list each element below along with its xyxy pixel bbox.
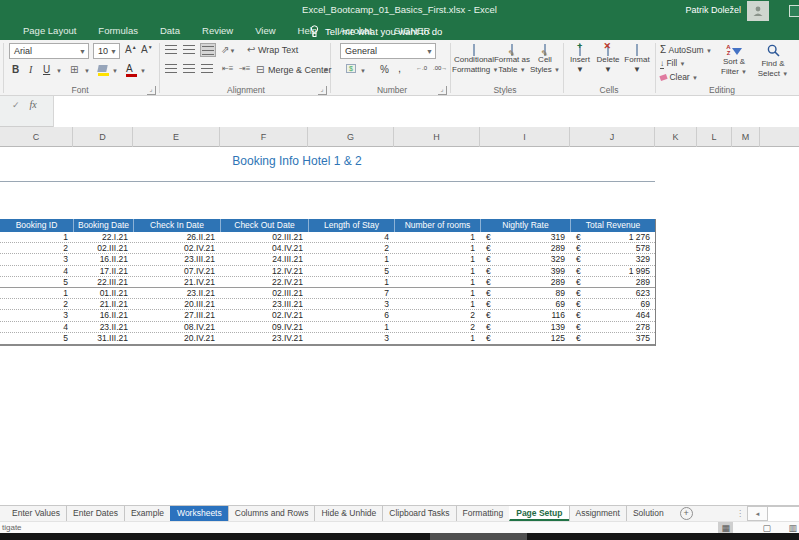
header-cell[interactable]: Check In Date — [133, 219, 220, 232]
number-of-rooms-cell[interactable]: 1 — [394, 254, 480, 264]
length-of-stay-cell[interactable]: 5 — [308, 266, 394, 276]
header-cell[interactable]: Check Out Date — [220, 219, 308, 232]
sheet-tab[interactable]: Hide & Unhide — [314, 506, 382, 521]
sheet-tab[interactable]: Solution — [626, 506, 670, 521]
check-in-date-cell[interactable]: 07.IV.21 — [133, 266, 220, 276]
check-out-date-cell[interactable]: 24.III.21 — [220, 254, 308, 264]
booking-id-cell[interactable]: 2 — [0, 243, 73, 253]
sheet-tab[interactable]: Enter Values — [6, 506, 66, 521]
orientation-button[interactable]: ⇗▼ — [221, 44, 235, 55]
increase-indent-button[interactable]: ⇥≡ — [239, 64, 250, 73]
ribbon-tab[interactable]: Review — [191, 22, 244, 40]
cell-styles-button[interactable]: ✎ Cell Styles ▼ — [528, 45, 562, 75]
booking-date-cell[interactable]: 17.II.21 — [73, 266, 133, 276]
number-of-rooms-cell[interactable]: 1 — [394, 243, 480, 253]
number-of-rooms-cell[interactable]: 1 — [394, 232, 480, 242]
ribbon-display-options-icon[interactable] — [789, 5, 799, 17]
sheet-tab[interactable]: Worksheets — [170, 506, 228, 521]
column-header[interactable]: F — [220, 127, 308, 147]
number-format-select[interactable]: General▼ — [340, 43, 436, 59]
header-cell[interactable]: Nightly Rate — [480, 219, 570, 232]
delete-cells-button[interactable]: ✕ Delete▼ — [594, 45, 622, 74]
borders-button[interactable]: ⊞ — [70, 64, 78, 75]
font-size-select[interactable]: 10▼ — [93, 43, 120, 59]
booking-date-cell[interactable]: 02.III.21 — [73, 243, 133, 253]
middle-align-button[interactable] — [182, 43, 198, 57]
bottom-align-button[interactable] — [200, 43, 216, 57]
total-revenue-cell[interactable]: € 375 — [570, 333, 655, 344]
nightly-rate-cell[interactable]: € 69 — [480, 299, 570, 309]
nightly-rate-cell[interactable]: € 289 — [480, 243, 570, 253]
increase-decimal-button[interactable]: ←.0 — [416, 65, 427, 71]
insert-function-icon[interactable]: fx — [30, 99, 37, 110]
check-out-date-cell[interactable]: 23.IV.21 — [220, 333, 308, 344]
number-of-rooms-cell[interactable]: 1 — [394, 333, 480, 344]
number-of-rooms-cell[interactable]: 1 — [394, 277, 480, 287]
fill-color-button[interactable] — [98, 65, 109, 76]
length-of-stay-cell[interactable]: 1 — [308, 277, 394, 287]
fill-color-chevron-icon[interactable]: ▼ — [112, 68, 118, 74]
accounting-format-button[interactable]: $ — [346, 64, 356, 73]
tell-me-box[interactable]: Tell me what you want to do — [310, 25, 442, 38]
header-cell[interactable]: Number of rooms — [394, 219, 480, 232]
total-revenue-cell[interactable]: € 69 — [570, 299, 655, 309]
total-revenue-cell[interactable]: € 623 — [570, 288, 655, 298]
font-dialog-launcher-icon[interactable]: ⌟ — [147, 86, 156, 95]
total-revenue-cell[interactable]: € 289 — [570, 277, 655, 287]
ribbon-tab[interactable]: Page Layout — [12, 22, 87, 40]
length-of-stay-cell[interactable]: 6 — [308, 310, 394, 320]
font-color-chevron-icon[interactable]: ▼ — [140, 68, 146, 74]
booking-id-cell[interactable]: 5 — [0, 277, 73, 287]
wrap-text-button[interactable]: Wrap Text — [258, 45, 298, 55]
booking-date-cell[interactable]: 22.III.21 — [73, 277, 133, 287]
font-name-select[interactable]: Arial▼ — [9, 43, 89, 59]
nightly-rate-cell[interactable]: € 125 — [480, 333, 570, 344]
booking-date-cell[interactable]: 21.II.21 — [73, 299, 133, 309]
find-select-button[interactable]: Find & Select ▼ — [752, 44, 794, 79]
clear-button[interactable]: Clear ▼ — [660, 72, 698, 82]
increase-font-size-button[interactable]: A▲ — [125, 44, 137, 55]
number-dialog-launcher-icon[interactable]: ⌟ — [438, 86, 447, 95]
new-sheet-button[interactable]: + — [680, 507, 693, 520]
column-header[interactable]: M — [732, 127, 760, 147]
total-revenue-cell[interactable]: € 329 — [570, 254, 655, 264]
account-user-name[interactable]: Patrik Doležel — [685, 5, 741, 15]
booking-id-cell[interactable]: 4 — [0, 322, 73, 332]
sheet-tab[interactable]: Page Setup — [509, 506, 568, 521]
formula-input[interactable] — [53, 96, 799, 127]
check-out-date-cell[interactable]: 02.III.21 — [220, 288, 308, 298]
horizontal-scrollbar-track[interactable] — [768, 506, 799, 521]
nightly-rate-cell[interactable]: € 89 — [480, 288, 570, 298]
sheet-tab[interactable]: Clipboard Tasks — [382, 506, 455, 521]
check-in-date-cell[interactable]: 08.IV.21 — [133, 322, 220, 332]
length-of-stay-cell[interactable]: 4 — [308, 232, 394, 242]
column-header[interactable]: E — [133, 127, 220, 147]
check-out-date-cell[interactable]: 02.IV.21 — [220, 310, 308, 320]
align-right-button[interactable] — [200, 62, 216, 76]
center-button[interactable] — [182, 62, 198, 76]
user-avatar-icon[interactable] — [747, 1, 769, 21]
booking-id-cell[interactable]: 3 — [0, 254, 73, 264]
sheet-tab[interactable]: Assignment — [569, 506, 626, 521]
number-of-rooms-cell[interactable]: 1 — [394, 288, 480, 298]
total-revenue-cell[interactable]: € 278 — [570, 322, 655, 332]
booking-date-cell[interactable]: 16.II.21 — [73, 310, 133, 320]
check-out-date-cell[interactable]: 22.IV.21 — [220, 277, 308, 287]
booking-id-cell[interactable]: 4 — [0, 266, 73, 276]
check-in-date-cell[interactable]: 02.IV.21 — [133, 243, 220, 253]
nightly-rate-cell[interactable]: € 329 — [480, 254, 570, 264]
total-revenue-cell[interactable]: € 1 276 — [570, 232, 655, 242]
top-align-button[interactable] — [164, 43, 180, 57]
booking-id-cell[interactable]: 1 — [0, 232, 73, 242]
align-left-button[interactable] — [164, 62, 180, 76]
booking-date-cell[interactable]: 16.II.21 — [73, 254, 133, 264]
sort-filter-button[interactable]: AZ Sort & Filter ▼ — [714, 44, 754, 77]
sheet-grid[interactable]: Booking Info Hotel 1 & 2 Booking ID Book… — [0, 147, 799, 505]
sheet-tab[interactable]: Example — [124, 506, 170, 521]
bold-button[interactable]: B — [12, 64, 19, 75]
booking-table-header-row[interactable]: Booking ID Booking Date Check In Date Ch… — [0, 219, 655, 232]
booking-id-cell[interactable]: 3 — [0, 310, 73, 320]
check-in-date-cell[interactable]: 23.III.21 — [133, 254, 220, 264]
tab-scroll-divider[interactable]: ⋮ — [736, 506, 744, 521]
italic-button[interactable]: I — [29, 64, 32, 75]
